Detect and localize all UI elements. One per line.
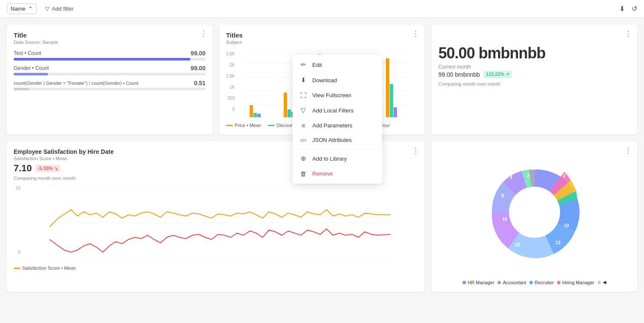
metric3-value: 0.51 — [194, 80, 205, 87]
kpi-value: 99.00 bmbnnbb — [438, 71, 480, 78]
fullscreen-icon: ⛶ — [299, 92, 307, 99]
menu-item-local-filters[interactable]: ▽ Add Local Filters — [293, 103, 382, 118]
legend-item-price: Price • Mean — [226, 123, 262, 128]
legend-hiring-manager: Hiring Manager — [557, 280, 594, 285]
filter-icon: ▽ — [45, 6, 49, 12]
card4-kpi-value: 7.10 — [14, 163, 32, 174]
svg-rect-19 — [390, 84, 393, 117]
add-filter-button[interactable]: ▽ Add filter — [42, 4, 77, 14]
menu-item-download-label: Download — [312, 77, 337, 84]
menu-item-json-label: JSON Attributes — [312, 137, 351, 143]
card1-title: Title — [14, 32, 206, 39]
legend-satisfaction: Satisfaction Score • Mean — [14, 265, 76, 271]
card1-menu-button[interactable]: ⋮ — [200, 30, 207, 37]
menu-item-parameters[interactable]: ≡ Add Parameters — [293, 118, 382, 133]
undo-icon[interactable]: ↺ — [632, 5, 637, 13]
legend-dot-more — [598, 281, 601, 284]
metric2-bar-bg — [14, 73, 206, 75]
card-title-metrics: ⋮ Title Data Source: Sample Test • Count… — [7, 25, 213, 135]
download-icon[interactable]: ⬇ — [619, 5, 625, 13]
json-icon: </> — [299, 138, 307, 143]
card2-menu-button[interactable]: ⋮ — [412, 30, 420, 37]
menu-divider — [293, 149, 382, 149]
metric2-bar-fill — [14, 73, 48, 75]
legend-dot-accountant — [497, 281, 501, 284]
menu-item-edit[interactable]: ✏ Edit — [293, 57, 382, 72]
top-bar: Name ⌃ ▽ Add filter ⬇ ↺ — [0, 0, 644, 18]
download-menu-icon: ⬇ — [299, 76, 307, 84]
add-filter-label: Add filter — [52, 6, 74, 12]
legend-dot-hr — [463, 281, 466, 284]
context-menu: ✏ Edit ⬇ Download ⛶ View Fullscreen ▽ Ad… — [293, 55, 382, 184]
svg-text:4: 4 — [510, 175, 513, 180]
metric-row-2: Gender • Count 99.00 — [14, 65, 206, 75]
metric3-bar-bg — [14, 88, 206, 90]
menu-item-remove[interactable]: 🗑 Remove — [293, 166, 382, 181]
svg-text:2: 2 — [527, 173, 529, 178]
y-label-0: 0 — [226, 107, 235, 112]
legend-accountant: Accountant — [497, 280, 526, 285]
name-filter[interactable]: Name ⌃ — [7, 3, 37, 14]
metric3-bar-fill — [14, 88, 29, 90]
metric3-label: count(Gender | Gender = "Female") / coun… — [14, 81, 138, 86]
top-bar-actions: ⬇ ↺ — [619, 5, 637, 13]
menu-item-add-library[interactable]: ⊕ Add to Library — [293, 151, 382, 166]
y-label-1000: 1K — [226, 85, 235, 89]
kpi-badge: 115.22% ↗ — [483, 71, 512, 78]
menu-item-edit-label: Edit — [312, 62, 322, 68]
menu-item-fullscreen[interactable]: ⛶ View Fullscreen — [293, 88, 382, 103]
menu-item-remove-label: Remove — [312, 170, 333, 177]
card-kpi: ⋮ 50.00 bmbnnbb Current month 99.00 bmbn… — [431, 25, 637, 135]
legend-color-discount — [268, 125, 275, 126]
svg-rect-10 — [288, 110, 291, 117]
card3-menu-button[interactable]: ⋮ — [624, 30, 632, 37]
card5-menu-button[interactable]: ⋮ — [624, 147, 632, 154]
legend-hr-manager: HR Manager — [463, 280, 494, 285]
svg-rect-6 — [250, 105, 253, 117]
legend-color-price — [226, 125, 233, 126]
menu-item-parameters-label: Add Parameters — [312, 122, 352, 129]
y-label-500: 500 — [226, 96, 235, 101]
svg-text:2: 2 — [563, 173, 566, 178]
svg-text:22: 22 — [515, 242, 520, 247]
legend-dot-recruiter — [529, 281, 533, 284]
metric2-label: Gender • Count — [14, 65, 49, 71]
edit-icon: ✏ — [299, 61, 307, 69]
y-label-0b: 0 — [14, 250, 20, 254]
legend-color-satisfaction — [14, 268, 20, 269]
svg-text:12: 12 — [555, 240, 561, 245]
donut-legend: HR Manager Accountant Recruiter Hiring M… — [438, 280, 630, 285]
legend-dot-hiring — [557, 281, 561, 284]
svg-text:3: 3 — [580, 207, 583, 212]
svg-rect-20 — [394, 107, 397, 117]
menu-item-json[interactable]: </> JSON Attributes — [293, 133, 382, 147]
card-titles-barchart: ⋮ Titles Subject 2.5K 2K 1.5K 1K 500 0 — [219, 25, 425, 135]
card-donut: ⋮ — [431, 141, 637, 292]
svg-point-31 — [509, 187, 560, 238]
svg-rect-9 — [284, 92, 287, 117]
metric1-label: Test • Count — [14, 50, 41, 56]
donut-svg: 22 16 12 10 8 4 3 3 2 2 2 — [479, 157, 590, 268]
svg-text:2: 2 — [574, 182, 576, 187]
name-filter-label: Name — [11, 6, 26, 12]
kpi-value-row: 99.00 bmbnnbb 115.22% ↗ — [438, 71, 630, 78]
metric2-value: 99.00 — [191, 65, 206, 72]
svg-text:10: 10 — [564, 223, 569, 228]
metric1-bar-bg — [14, 58, 206, 61]
menu-item-download[interactable]: ⬇ Download — [293, 72, 382, 88]
y-label-1500: 1.5K — [226, 74, 235, 78]
card4-menu-button[interactable]: ⋮ — [412, 147, 420, 154]
svg-rect-7 — [253, 113, 257, 117]
dashboard: ⋮ Title Data Source: Sample Test • Count… — [0, 18, 644, 299]
metric1-bar-fill — [14, 58, 190, 61]
y-label-2000: 2K — [226, 63, 235, 67]
add-library-icon: ⊕ — [299, 155, 307, 162]
svg-text:3: 3 — [578, 193, 581, 198]
svg-rect-8 — [257, 114, 261, 117]
kpi-compare: Comparing month over month — [438, 81, 630, 87]
metric-row-1: Test • Count 99.00 — [14, 50, 206, 61]
kpi-period: Current month — [438, 64, 630, 70]
kpi-big-number: 50.00 bmbnnbb — [438, 44, 630, 62]
donut-chart-area: 22 16 12 10 8 4 3 3 2 2 2 — [438, 148, 630, 276]
menu-item-add-library-label: Add to Library — [312, 156, 347, 162]
